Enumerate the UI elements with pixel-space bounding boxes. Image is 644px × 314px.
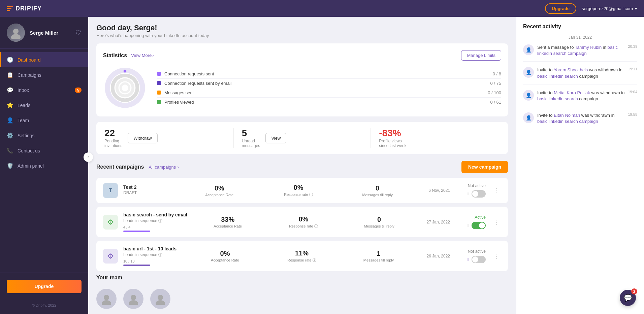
- logo-stripe-1: [7, 6, 13, 7]
- activity-time-4: 19:58: [628, 112, 637, 116]
- campaign-toggle-3[interactable]: [472, 256, 486, 263]
- sidebar-footer: © Dripify, 2022: [0, 300, 88, 314]
- campaign-name-1: Test 2: [123, 184, 177, 190]
- activity-item-3: 👤 Invite to Meital Kara Polliak was with…: [523, 90, 637, 107]
- all-campaigns-link[interactable]: All campaigns ›: [149, 165, 179, 170]
- campaign-date-2: 27 Jan, 2022: [420, 220, 450, 224]
- campaign-progress-2: [123, 231, 150, 232]
- svg-point-9: [131, 295, 136, 300]
- new-campaign-button[interactable]: New campaign: [461, 161, 508, 173]
- activity-text-3: Invite to Meital Kara Polliak was withdr…: [537, 90, 624, 102]
- team-section-title: Your team: [96, 275, 508, 281]
- unread-count: 5: [242, 128, 260, 139]
- campaign-toggle-2[interactable]: [472, 222, 486, 229]
- sidebar-upgrade-button[interactable]: Upgrade: [7, 280, 82, 293]
- campaigns-section-header: Recent campaigns All campaigns › New cam…: [96, 161, 508, 173]
- activity-campaign-link-4[interactable]: basic linkedin search campaign: [537, 119, 598, 124]
- campaign-pause-icon-1: ⏸: [465, 191, 470, 196]
- donut-chart: [103, 66, 147, 110]
- sidebar-item-admin[interactable]: 🛡️ Admin panel: [0, 158, 88, 173]
- campaign-sub-3: Leads in sequence ⓘ: [123, 252, 184, 258]
- campaign-leads-2: 4 / 4: [123, 225, 187, 229]
- pending-label: Pendinginvitations: [104, 139, 122, 148]
- sidebar-item-label: Contact us: [18, 148, 40, 153]
- sidebar-item-label: Dashboard: [18, 57, 41, 63]
- sidebar-item-label: Admin panel: [18, 163, 44, 169]
- all-campaigns-text: All campaigns: [149, 165, 176, 170]
- view-more-text: View More: [131, 53, 152, 58]
- sidebar: DRIPIFY Serge Miller 🛡 🕐 Dashboard 📋 Cam…: [0, 0, 88, 314]
- sidebar-toggle-button[interactable]: ‹: [84, 152, 93, 162]
- topbar-upgrade-button[interactable]: Upgrade: [545, 3, 576, 14]
- chevron-right-icon: ›: [152, 53, 154, 58]
- activity-link-4[interactable]: Eitan Noiman: [554, 113, 580, 118]
- sidebar-item-campaigns[interactable]: 📋 Campaigns: [0, 67, 88, 82]
- campaign-response-1: 0% Response rate ⓘ: [262, 184, 335, 197]
- activity-panel-title: Recent activity: [523, 24, 637, 30]
- activity-link-1[interactable]: Tammy Rubin: [575, 45, 602, 50]
- content-area: Good day, Serge! Here's what's happening…: [88, 17, 644, 314]
- activity-time-3: 19:04: [628, 90, 637, 94]
- logo-stripe-2: [7, 8, 11, 9]
- activity-link-3[interactable]: Meital Kara Polliak: [554, 90, 590, 95]
- team-member-3: [150, 289, 170, 311]
- campaign-response-2: 0% Response rate ⓘ: [268, 215, 339, 229]
- sidebar-item-team[interactable]: 👤 Team: [0, 113, 88, 128]
- legend-value-1: 0 / 8: [493, 71, 501, 76]
- activity-campaign-link-3[interactable]: basic linkedin search: [537, 96, 578, 101]
- sidebar-item-dashboard[interactable]: 🕐 Dashboard: [0, 52, 88, 67]
- profile-views-count: -83%: [379, 128, 406, 139]
- toggle-knob-1: [472, 191, 478, 197]
- withdraw-button[interactable]: Withdraw: [128, 133, 157, 143]
- campaigns-title-group: Recent campaigns All campaigns ›: [96, 164, 179, 170]
- activity-date-separator: Jan 31, 2022: [523, 35, 637, 40]
- pending-invitations-block: 22 Pendinginvitations Withdraw: [104, 128, 225, 148]
- chat-badge: 2: [631, 288, 637, 294]
- legend-dot-3: [157, 91, 161, 95]
- toggle-knob-3: [472, 256, 478, 263]
- chat-bubble-button[interactable]: 💬 2: [620, 290, 636, 306]
- sidebar-item-label: Inbox: [18, 88, 29, 93]
- svg-point-0: [13, 29, 19, 34]
- inbox-icon: 💬: [7, 87, 13, 93]
- activity-link-2[interactable]: Yoram Shooltheis: [554, 67, 588, 72]
- campaign-messages-3: 1 Messages till reply: [343, 250, 414, 262]
- legend-label-1: Connection requests sent: [164, 71, 489, 76]
- campaign-pause-icon-2: ⏸: [465, 223, 470, 228]
- view-button[interactable]: View: [265, 133, 286, 143]
- legend-dot-2: [157, 81, 161, 85]
- view-more-link[interactable]: View More ›: [131, 53, 154, 58]
- svg-point-8: [102, 300, 111, 305]
- stats-title-row: Statistics View More ›: [103, 53, 154, 59]
- manage-limits-button[interactable]: Manage Limits: [461, 50, 501, 61]
- sidebar-nav: 🕐 Dashboard 📋 Campaigns 💬 Inbox 5 ⭐ Lead…: [0, 49, 88, 273]
- topbar: Upgrade sergeperez20@gmail.com ▾: [88, 0, 644, 17]
- shield-icon: 🛡: [75, 29, 82, 36]
- sidebar-item-settings[interactable]: ⚙️ Settings: [0, 128, 88, 143]
- campaign-toggle-1[interactable]: [472, 190, 486, 198]
- campaign-info-3: basic url - 1st - 10 leads Leads in sequ…: [123, 246, 184, 266]
- info-icon: ⓘ: [314, 224, 318, 228]
- logo[interactable]: DRIPIFY: [7, 5, 42, 12]
- profile-views-block: -83% Profile viewssince last week: [371, 128, 500, 148]
- main-panel: Good day, Serge! Here's what's happening…: [88, 17, 516, 314]
- legend-value-4: 0 / 61: [490, 100, 501, 105]
- legend-label-2: Connection requests sent by email: [164, 81, 487, 86]
- campaign-card-3: ⚙ basic url - 1st - 10 leads Leads in se…: [96, 241, 508, 271]
- campaign-menu-2[interactable]: ⋮: [491, 218, 501, 226]
- greeting-subtitle: Here's what's happening with your Linked…: [96, 33, 508, 38]
- activity-campaign-link-2[interactable]: basic linkedin search: [537, 74, 578, 79]
- topbar-user[interactable]: sergeperez20@gmail.com ▾: [582, 6, 637, 11]
- info-icon: ⓘ: [313, 258, 316, 262]
- campaign-menu-1[interactable]: ⋮: [491, 187, 501, 194]
- campaigns-section-title: Recent campaigns: [96, 164, 144, 170]
- campaign-menu-3[interactable]: ⋮: [491, 252, 501, 260]
- sidebar-item-inbox[interactable]: 💬 Inbox 5: [0, 82, 88, 98]
- info-icon: ⓘ: [309, 193, 313, 197]
- team-member-2: [123, 289, 143, 311]
- legend-dot-1: [157, 72, 161, 76]
- pending-number: 22 Pendinginvitations: [104, 128, 122, 148]
- sidebar-item-contact[interactable]: 📞 Contact us: [0, 143, 88, 158]
- campaign-sub-2: Leads in sequence ⓘ: [123, 218, 187, 224]
- sidebar-item-leads[interactable]: ⭐ Leads: [0, 98, 88, 113]
